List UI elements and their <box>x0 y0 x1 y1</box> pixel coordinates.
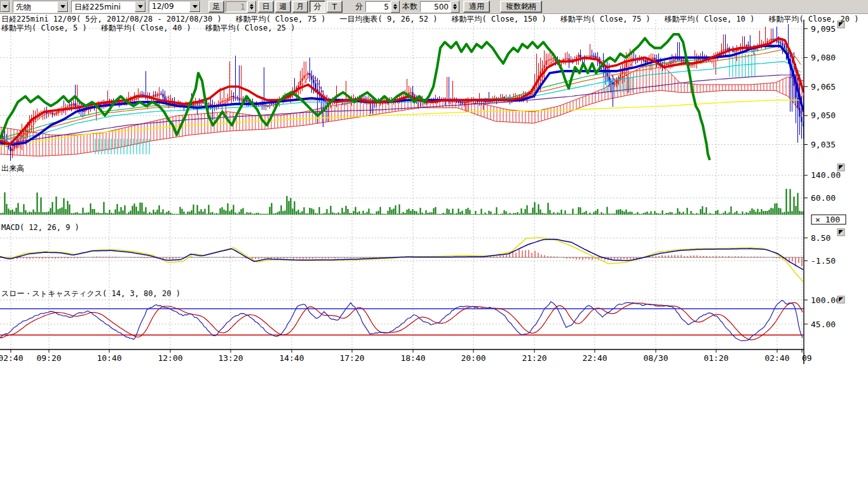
dropdown-arrow-icon[interactable] <box>1 1 10 12</box>
x-axis-label: 17:20 <box>339 353 364 363</box>
x-axis-label: 08/30 <box>643 353 668 363</box>
ma150-line <box>0 100 801 147</box>
bars-label: 本数 <box>400 1 420 12</box>
stoch-d-line <box>0 302 803 340</box>
y-axis-label: 9,050 <box>811 111 836 120</box>
dropdown-arrow-icon[interactable] <box>57 1 68 12</box>
x-axis-label: 14:40 <box>279 353 304 363</box>
legend-item: 移動平均( Close, 10 ) <box>665 15 755 24</box>
x-axis-label: 18:40 <box>400 353 425 363</box>
apply-button[interactable]: 適用 <box>463 1 490 13</box>
x-axis-label: 22:40 <box>582 353 607 363</box>
multi-symbol-button[interactable]: 複数銘柄 <box>500 1 542 13</box>
partial-combo[interactable] <box>0 1 10 13</box>
chart-app-window: 先物 日経225mini 12/09 足 1 日週月分T 分 5 本数 500 … <box>0 0 868 488</box>
macd-signal-line <box>0 238 803 281</box>
x-axis-label: 02:40 <box>0 353 24 363</box>
x-axis-label: 12:00 <box>158 353 182 363</box>
y-axis-label: 9,080 <box>811 53 836 62</box>
ashi-button[interactable]: 足 <box>208 1 224 13</box>
instrument-type-select[interactable]: 先物 <box>13 1 69 13</box>
legend-row-2: 移動平均( Close, 5 )移動平均( Close, 40 )移動平均( C… <box>1 24 309 32</box>
period-button-2[interactable]: 週 <box>275 1 291 13</box>
period-button-group: 日週月分T <box>258 1 344 13</box>
axes: 9,0959,0809,0659,0509,035140.0060.008.50… <box>0 20 846 364</box>
macd-pane-label: MACD( 12, 26, 9 ) <box>1 223 79 232</box>
symbol-value: 日経225mini <box>72 1 135 12</box>
ashi-count-field[interactable]: 1 <box>226 1 247 12</box>
y-axis-label: 9,095 <box>811 24 836 34</box>
stoch-pane-label: スロー・ストキャスティクス( 14, 3, 80, 20 ) <box>1 288 180 299</box>
y-axis-label: 8.50 <box>811 233 831 243</box>
ichimoku-cloud <box>1 64 802 156</box>
contract-month-value: 12/09 <box>149 1 189 12</box>
svg-text:× 100: × 100 <box>815 215 840 224</box>
y-axis-label: 60.00 <box>811 193 836 203</box>
chart-canvas[interactable]: 9,0959,0809,0659,0509,035140.0060.008.50… <box>0 0 868 488</box>
y-axis-label: -1.50 <box>811 256 836 266</box>
ashi-count-spinner[interactable] <box>247 1 256 13</box>
volume-pane <box>0 189 804 215</box>
legend-row-1: 日経225mini 12/09( 5分, 2012/08/28 - 2012/0… <box>1 15 868 24</box>
volume-multiplier-box: × 100 <box>811 215 846 224</box>
period-button-5[interactable]: T <box>327 1 342 13</box>
y-axis-label: 100.00 <box>811 295 841 305</box>
legend-item: 移動平均( Close, 40 ) <box>101 24 191 32</box>
legend-item: 移動平均( Close, 5 ) <box>1 24 87 32</box>
y-axis-label: 140.00 <box>811 170 841 180</box>
y-axis-label: 9,065 <box>811 82 836 92</box>
x-axis-label: 09 <box>802 353 812 363</box>
x-axis-label: 10:40 <box>97 353 121 363</box>
dropdown-arrow-icon[interactable] <box>135 1 146 12</box>
volume-pane-label: 出来高 <box>1 163 24 174</box>
legend-item: 移動平均( Close, 150 ) <box>452 15 546 24</box>
y-axis-label: 45.00 <box>811 320 836 329</box>
minute-label: 分 <box>353 1 365 12</box>
legend-item: 移動平均( Close, 75 ) <box>560 15 651 24</box>
stochastics-pane <box>0 301 804 341</box>
period-button-3[interactable]: 月 <box>292 1 308 13</box>
instrument-type-value: 先物 <box>13 1 57 12</box>
grid <box>0 20 804 349</box>
x-axis-label: 21:20 <box>522 353 546 363</box>
minute-spinner[interactable] <box>391 1 400 13</box>
legend-item: 移動平均( Close, 25 ) <box>205 24 295 32</box>
x-axis-label: 02:40 <box>764 353 789 363</box>
legend-item: 移動平均( Close, 75 ) <box>236 15 326 24</box>
macd-line <box>0 240 803 270</box>
legend-item: 一目均衡表( 9, 26, 52 ) <box>340 15 438 24</box>
dropdown-arrow-icon[interactable] <box>189 1 200 12</box>
contract-month-select[interactable]: 12/09 <box>149 1 201 13</box>
x-axis-label: 13:20 <box>218 353 243 363</box>
period-button-4[interactable]: 分 <box>309 1 325 13</box>
minute-value-field[interactable]: 5 <box>365 1 391 12</box>
y-axis-label: 9,035 <box>811 140 836 149</box>
toolbar: 先物 日経225mini 12/09 足 1 日週月分T 分 5 本数 500 … <box>0 0 868 14</box>
macd-pane <box>0 238 804 281</box>
bars-spinner[interactable] <box>451 1 459 13</box>
period-button-1[interactable]: 日 <box>258 1 274 13</box>
pane-resize-icon[interactable] <box>837 296 844 303</box>
price-pane <box>0 24 804 170</box>
legend-item: 日経225mini 12/09( 5分, 2012/08/28 - 2012/0… <box>1 15 222 24</box>
x-axis-label: 09:20 <box>36 353 61 363</box>
pane-resize-icon[interactable] <box>837 229 844 236</box>
legend-item: 移動平均( Close, 20 ) <box>769 15 859 24</box>
x-axis-label: 20:00 <box>461 353 485 363</box>
bars-value-field[interactable]: 500 <box>420 1 451 12</box>
x-axis-label: 01:20 <box>703 353 728 363</box>
pane-resize-icon[interactable] <box>837 164 844 171</box>
symbol-select[interactable]: 日経225mini <box>71 1 146 13</box>
